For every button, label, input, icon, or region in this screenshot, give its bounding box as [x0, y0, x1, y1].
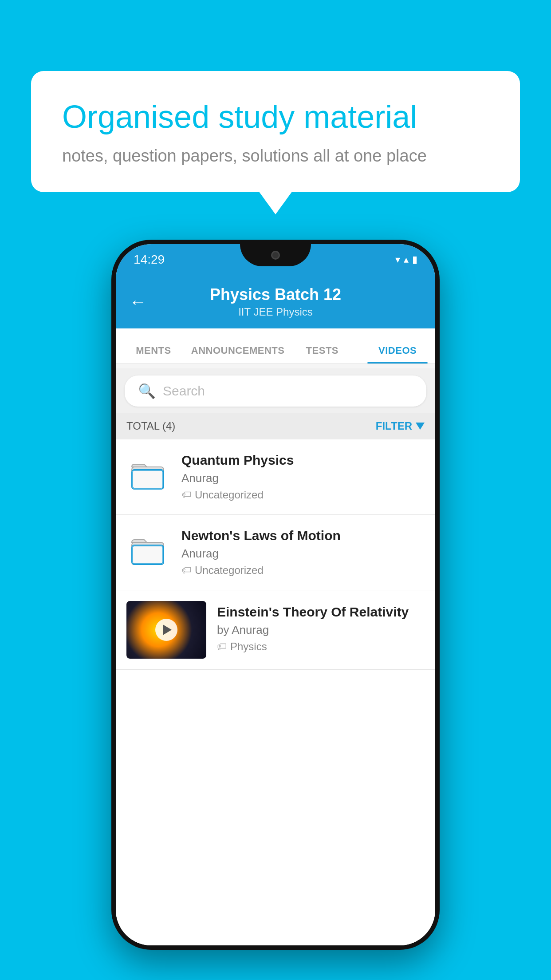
tag-label: Uncategorized	[195, 564, 264, 577]
video-info: Newton's Laws of Motion Anurag 🏷 Uncateg…	[181, 528, 425, 577]
status-time: 14:29	[134, 253, 165, 267]
video-list: Quantum Physics Anurag 🏷 Uncategorized	[116, 439, 435, 945]
tab-announcements[interactable]: ANNOUNCEMENTS	[191, 345, 285, 364]
filter-bar: TOTAL (4) FILTER	[116, 413, 435, 439]
search-bar[interactable]: 🔍 Search	[125, 375, 426, 407]
phone-screen: 14:29 ▾ ▴ ▮ ← Physics Batch 12 IIT JEE P…	[116, 244, 435, 945]
folder-thumbnail	[126, 528, 171, 573]
list-item[interactable]: Newton's Laws of Motion Anurag 🏷 Uncateg…	[116, 515, 435, 590]
video-tag: 🏷 Uncategorized	[181, 489, 425, 501]
video-author: by Anurag	[217, 623, 425, 637]
tab-tests[interactable]: TESTS	[284, 345, 360, 364]
video-title: Newton's Laws of Motion	[181, 528, 425, 543]
list-item[interactable]: Quantum Physics Anurag 🏷 Uncategorized	[116, 439, 435, 515]
video-author: Anurag	[181, 471, 425, 485]
list-item[interactable]: Einstein's Theory Of Relativity by Anura…	[116, 590, 435, 670]
folder-thumbnail	[126, 453, 171, 497]
search-container: 🔍 Search	[116, 368, 435, 414]
wifi-icon: ▾	[395, 254, 400, 265]
app-header: ← Physics Batch 12 IIT JEE Physics	[116, 275, 435, 328]
tag-label: Physics	[230, 640, 267, 653]
tag-icon: 🏷	[217, 641, 227, 652]
video-title: Quantum Physics	[181, 453, 425, 468]
battery-icon: ▮	[412, 254, 417, 265]
video-info: Quantum Physics Anurag 🏷 Uncategorized	[181, 453, 425, 501]
filter-label: FILTER	[376, 420, 412, 432]
total-count: TOTAL (4)	[126, 420, 175, 432]
svg-rect-7	[133, 546, 163, 564]
tag-label: Uncategorized	[195, 489, 264, 501]
folder-icon	[131, 455, 166, 495]
svg-rect-3	[133, 470, 163, 488]
filter-icon	[416, 423, 425, 430]
speech-bubble: Organised study material notes, question…	[31, 71, 520, 192]
batch-title: Physics Batch 12	[210, 285, 341, 304]
video-tag: 🏷 Physics	[217, 640, 425, 653]
status-icons: ▾ ▴ ▮	[395, 254, 417, 265]
signal-icon: ▴	[404, 254, 409, 265]
phone-outer: 14:29 ▾ ▴ ▮ ← Physics Batch 12 IIT JEE P…	[111, 240, 440, 950]
video-thumbnail	[126, 601, 206, 659]
tab-ments[interactable]: MENTS	[116, 345, 191, 364]
play-icon	[163, 624, 172, 635]
phone-notch	[240, 244, 311, 266]
bubble-title: Organised study material	[62, 98, 489, 136]
video-info: Einstein's Theory Of Relativity by Anura…	[217, 601, 425, 653]
video-tag: 🏷 Uncategorized	[181, 564, 425, 577]
search-input[interactable]: Search	[163, 383, 205, 399]
bubble-subtitle: notes, question papers, solutions all at…	[62, 146, 489, 166]
video-author: Anurag	[181, 547, 425, 561]
batch-subtitle: IIT JEE Physics	[238, 306, 313, 318]
tag-icon: 🏷	[181, 565, 191, 576]
search-icon: 🔍	[138, 383, 156, 399]
camera-icon	[271, 251, 280, 260]
folder-icon	[131, 530, 166, 570]
phone-frame: 14:29 ▾ ▴ ▮ ← Physics Batch 12 IIT JEE P…	[111, 240, 440, 950]
tab-videos[interactable]: VIDEOS	[360, 345, 435, 364]
video-title: Einstein's Theory Of Relativity	[217, 605, 425, 620]
tab-bar: MENTS ANNOUNCEMENTS TESTS VIDEOS	[116, 328, 435, 364]
back-button[interactable]: ←	[129, 292, 147, 312]
play-button[interactable]	[155, 619, 177, 641]
tag-icon: 🏷	[181, 489, 191, 501]
filter-button[interactable]: FILTER	[376, 420, 425, 432]
